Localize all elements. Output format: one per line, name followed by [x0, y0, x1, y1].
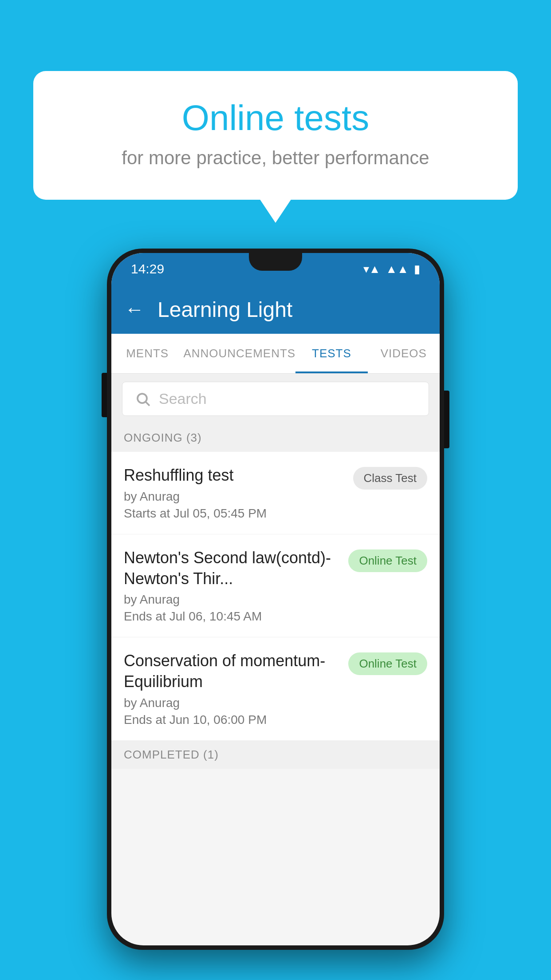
- test-item-3-content: Conservation of momentum-Equilibrium by …: [124, 651, 339, 727]
- phone-notch: [249, 253, 302, 271]
- test-item-3[interactable]: Conservation of momentum-Equilibrium by …: [111, 637, 440, 741]
- app-bar: ← Learning Light: [111, 285, 440, 334]
- tab-videos[interactable]: VIDEOS: [368, 334, 440, 373]
- search-icon: [135, 391, 151, 407]
- test-item-2-date: Ends at Jul 06, 10:45 AM: [124, 609, 339, 624]
- ongoing-label: ONGOING (3): [124, 431, 202, 444]
- speech-bubble-subtitle: for more practice, better performance: [69, 147, 482, 169]
- phone-outer: 14:29 ▾▲ ▲▲ ▮ ← Learning Light MENTS ANN…: [107, 249, 444, 950]
- completed-section-header: COMPLETED (1): [111, 741, 440, 769]
- test-item-1-badge: Class Test: [353, 467, 427, 490]
- tab-assignments[interactable]: MENTS: [111, 334, 183, 373]
- ongoing-section-header: ONGOING (3): [111, 424, 440, 452]
- wifi-icon: ▾▲: [363, 262, 381, 276]
- test-item-1-content: Reshuffling test by Anurag Starts at Jul…: [124, 465, 344, 521]
- status-bar: 14:29 ▾▲ ▲▲ ▮: [111, 253, 440, 285]
- signal-icon: ▲▲: [386, 262, 409, 276]
- battery-icon: ▮: [414, 262, 420, 276]
- app-bar-title: Learning Light: [157, 297, 292, 322]
- test-item-3-date: Ends at Jun 10, 06:00 PM: [124, 713, 339, 727]
- search-input[interactable]: Search: [159, 390, 207, 407]
- test-item-1-author: by Anurag: [124, 490, 344, 504]
- svg-point-0: [138, 394, 147, 403]
- speech-bubble: Online tests for more practice, better p…: [33, 71, 518, 200]
- test-item-3-title: Conservation of momentum-Equilibrium: [124, 651, 339, 692]
- test-item-1[interactable]: Reshuffling test by Anurag Starts at Jul…: [111, 452, 440, 534]
- svg-line-1: [146, 402, 150, 405]
- test-item-2-author: by Anurag: [124, 593, 339, 607]
- tabs-bar: MENTS ANNOUNCEMENTS TESTS VIDEOS: [111, 334, 440, 374]
- search-box[interactable]: Search: [122, 382, 429, 416]
- status-time: 14:29: [131, 261, 164, 277]
- test-item-1-title: Reshuffling test: [124, 465, 344, 486]
- test-item-3-author: by Anurag: [124, 696, 339, 710]
- test-item-2-content: Newton's Second law(contd)-Newton's Thir…: [124, 548, 339, 624]
- test-item-2-badge: Online Test: [348, 549, 427, 572]
- back-button[interactable]: ←: [125, 298, 144, 320]
- completed-label: COMPLETED (1): [124, 748, 219, 761]
- tab-announcements[interactable]: ANNOUNCEMENTS: [183, 334, 295, 373]
- test-item-3-badge: Online Test: [348, 652, 427, 675]
- test-item-2-title: Newton's Second law(contd)-Newton's Thir…: [124, 548, 339, 589]
- speech-bubble-title: Online tests: [69, 98, 482, 138]
- phone-inner: 14:29 ▾▲ ▲▲ ▮ ← Learning Light MENTS ANN…: [111, 253, 440, 945]
- phone-wrapper: 14:29 ▾▲ ▲▲ ▮ ← Learning Light MENTS ANN…: [107, 249, 444, 950]
- test-item-1-date: Starts at Jul 05, 05:45 PM: [124, 506, 344, 521]
- test-item-2[interactable]: Newton's Second law(contd)-Newton's Thir…: [111, 534, 440, 638]
- tab-tests[interactable]: TESTS: [295, 334, 367, 373]
- search-container: Search: [111, 374, 440, 424]
- status-icons: ▾▲ ▲▲ ▮: [363, 262, 420, 276]
